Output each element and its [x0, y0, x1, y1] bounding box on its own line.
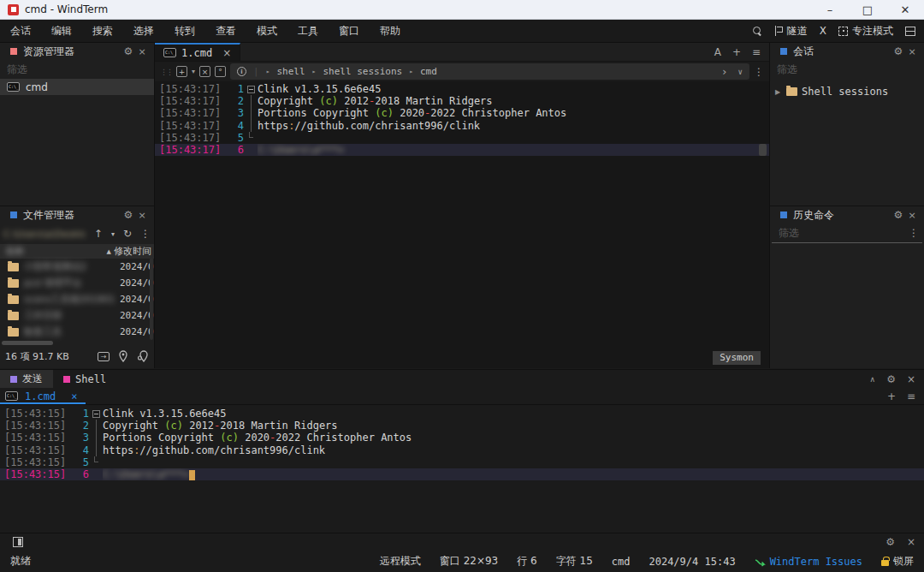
- tunnel-button[interactable]: 隧道: [774, 24, 808, 39]
- status-window-size[interactable]: 窗口 22×93: [440, 554, 498, 569]
- expand-arrow-icon[interactable]: ▶: [775, 88, 782, 96]
- file-row[interactable]: 恢复工具2024/08: [0, 324, 154, 340]
- status-line[interactable]: 行 6: [517, 554, 536, 569]
- menu-item-窗口[interactable]: 窗口: [329, 20, 370, 42]
- bottom-settings-icon[interactable]: ⚙: [886, 373, 896, 385]
- tab-close-icon[interactable]: ×: [222, 47, 231, 59]
- file-row[interactable]: 小型带宽测试22024/08: [0, 259, 154, 275]
- fold-marker[interactable]: [244, 83, 258, 95]
- focus-mode-button[interactable]: 专注模式: [838, 24, 893, 39]
- explorer-item-cmd[interactable]: C:\_ cmd: [0, 79, 154, 95]
- title-bar: cmd - WindTerm – □ ✕: [0, 0, 924, 20]
- tab-shell[interactable]: Shell: [53, 370, 116, 388]
- bottom-tab-list-icon[interactable]: ≡: [907, 390, 915, 402]
- tab-send[interactable]: 发送: [0, 370, 53, 388]
- panel-toggle-icon[interactable]: [13, 537, 23, 547]
- bottom-close-icon[interactable]: ×: [907, 373, 915, 385]
- menu-item-搜索[interactable]: 搜索: [82, 20, 123, 42]
- new-session-icon[interactable]: +: [176, 66, 187, 77]
- file-more-icon[interactable]: ⋮: [140, 228, 151, 240]
- file-manager-close-icon[interactable]: ×: [135, 210, 149, 221]
- menu-item-选择[interactable]: 选择: [123, 20, 164, 42]
- status-lock[interactable]: 锁屏: [881, 554, 914, 569]
- up-directory-icon[interactable]: ↑: [94, 228, 103, 240]
- x-server-button[interactable]: X: [820, 25, 826, 37]
- history-more-icon[interactable]: ⋮: [909, 227, 922, 239]
- open-folder-icon[interactable]: →: [98, 352, 110, 361]
- bottom-tab-label: 1.cmd: [25, 390, 56, 402]
- sysmon-badge[interactable]: Sysmon: [713, 351, 761, 365]
- file-row[interactable]: scans工具箱201901172024/08: [0, 291, 154, 307]
- status-shell-type[interactable]: cmd: [612, 556, 631, 568]
- file-count-label: 16 项 91.7 KB: [5, 350, 69, 363]
- main-terminal[interactable]: [15:43:17]1Clink v1.3.15.6e6e45[15:43:17…: [155, 81, 769, 368]
- explorer-filter-input[interactable]: 筛选: [0, 60, 154, 79]
- sessions-settings-icon[interactable]: ⚙: [891, 45, 905, 57]
- status-remote-mode[interactable]: 远程模式: [380, 554, 421, 569]
- fold-icon[interactable]: [92, 410, 100, 418]
- breadcrumb-segment[interactable]: shell sessions: [323, 66, 402, 77]
- encoding-icon[interactable]: A: [714, 46, 721, 58]
- menu-item-工具[interactable]: 工具: [287, 20, 329, 42]
- toolbar-more-icon[interactable]: ⋮: [754, 66, 764, 78]
- bottom-tab-1cmd[interactable]: C:\_ 1.cmd ×: [0, 388, 86, 404]
- menu-item-模式[interactable]: 模式: [246, 20, 287, 42]
- run-chevron-icon[interactable]: ›: [721, 65, 728, 78]
- follow-pin-icon[interactable]: [137, 350, 149, 362]
- file-manager-settings-icon[interactable]: ⚙: [121, 209, 135, 221]
- minimize-button[interactable]: –: [811, 0, 849, 19]
- expand-chevron-icon[interactable]: ∨: [738, 68, 743, 76]
- maximize-button[interactable]: □: [849, 0, 886, 19]
- clone-session-icon[interactable]: °: [215, 66, 226, 77]
- info-icon[interactable]: i: [237, 67, 246, 76]
- refresh-icon[interactable]: ↻: [123, 228, 132, 240]
- sessions-filter-input[interactable]: 筛选: [770, 60, 924, 79]
- history-close-icon[interactable]: ×: [905, 210, 919, 221]
- bottom-new-tab-icon[interactable]: +: [887, 390, 896, 402]
- dock-close-icon[interactable]: ×: [907, 536, 915, 548]
- menu-item-转到[interactable]: 转到: [164, 20, 205, 42]
- time-column-header[interactable]: 修改时间: [114, 245, 154, 258]
- location-pin-icon[interactable]: [118, 350, 128, 362]
- tab-1cmd[interactable]: C:\_ 1.cmd ×: [155, 43, 240, 61]
- file-row[interactable]: 工作日报2024/08: [0, 307, 154, 324]
- sessions-close-icon[interactable]: ×: [905, 46, 919, 57]
- close-session-icon[interactable]: ×: [199, 66, 210, 77]
- menu-item-帮助[interactable]: 帮助: [370, 20, 411, 42]
- explorer-settings-icon[interactable]: ⚙: [121, 45, 135, 57]
- history-filter-input[interactable]: 筛选: [772, 223, 909, 242]
- name-column-header[interactable]: 名称 ▲: [0, 245, 114, 258]
- bottom-tab-close-icon[interactable]: ×: [71, 390, 77, 402]
- dock-settings-icon[interactable]: ⚙: [886, 536, 895, 548]
- file-hscrollbar[interactable]: [0, 340, 154, 346]
- breadcrumb-segment[interactable]: shell: [276, 66, 305, 77]
- tab-list-icon[interactable]: ≡: [752, 46, 761, 58]
- menu-item-编辑[interactable]: 编辑: [41, 20, 82, 42]
- new-session-dropdown-icon[interactable]: ▾: [192, 68, 195, 75]
- terminal-scrollbar-thumb[interactable]: [759, 144, 767, 156]
- drag-handle[interactable]: ⋮⋮: [160, 68, 172, 76]
- menu-item-会话[interactable]: 会话: [0, 20, 41, 42]
- new-tab-icon[interactable]: +: [732, 46, 741, 58]
- cmd-icon: C:\_: [7, 82, 20, 92]
- close-button[interactable]: ✕: [886, 0, 924, 19]
- fold-marker[interactable]: [89, 408, 103, 420]
- search-icon[interactable]: [753, 27, 762, 36]
- status-char[interactable]: 字符 15: [556, 554, 593, 569]
- path-input[interactable]: C:\Users\a\Desktop: [3, 229, 86, 240]
- breadcrumb[interactable]: i | ▸shell▸shell sessions▸cmd › ∨: [230, 63, 749, 80]
- collapse-panel-icon[interactable]: ∧: [870, 375, 876, 384]
- file-vscrollbar[interactable]: [150, 258, 153, 340]
- shell-sessions-folder[interactable]: ▶ Shell sessions: [770, 84, 924, 99]
- fold-icon[interactable]: [247, 86, 255, 93]
- history-settings-icon[interactable]: ⚙: [891, 209, 905, 221]
- status-issues[interactable]: WindTerm Issues: [755, 556, 862, 568]
- breadcrumb-segment[interactable]: cmd: [420, 66, 437, 77]
- bottom-terminal[interactable]: [15:43:15]1Clink v1.3.15.6e6e45[15:43:15…: [0, 405, 924, 480]
- up-dropdown-icon[interactable]: ▾: [111, 230, 115, 238]
- terminal-line: [15:43:15]2Copyright (c) 2012-2018 Marti…: [0, 420, 924, 432]
- file-row[interactable]: pcd 管理平台2024/08: [0, 275, 154, 291]
- layout-icon[interactable]: [905, 27, 915, 36]
- menu-item-查看[interactable]: 查看: [205, 20, 246, 42]
- explorer-close-icon[interactable]: ×: [135, 46, 149, 57]
